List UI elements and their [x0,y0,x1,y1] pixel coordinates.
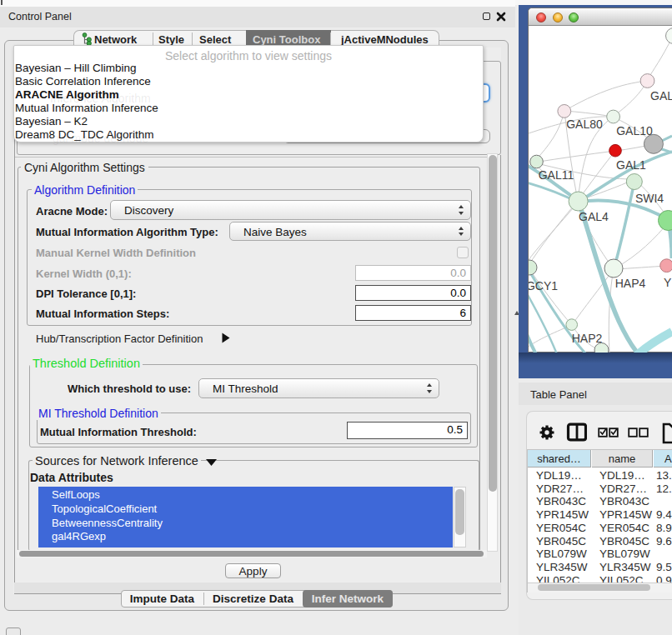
svg-text:GAL: GAL [650,89,672,102]
svg-text:HAP4: HAP4 [615,277,646,290]
svg-text:SWI4: SWI4 [635,192,664,205]
svg-text:Y: Y [664,276,672,289]
svg-text:GAL10: GAL10 [616,124,653,138]
svg-text:GCY1: GCY1 [529,279,558,292]
svg-text:GAL11: GAL11 [539,168,574,182]
svg-text:GAL1: GAL1 [616,158,646,172]
svg-text:GAL4: GAL4 [579,210,609,223]
svg-text:GAL80: GAL80 [566,118,603,131]
svg-text:HAP2: HAP2 [572,332,603,345]
